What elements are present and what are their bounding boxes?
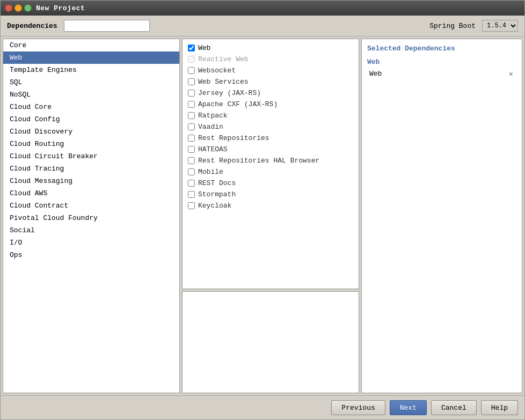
dep-label-ratpack: Ratpack	[198, 112, 228, 120]
dep-item-rest-repositories: Rest Repositories	[187, 132, 354, 144]
dep-checkbox-vaadin[interactable]	[188, 123, 195, 130]
selected-dep-row-web: Web×	[367, 68, 516, 79]
sidebar-item-cloud-discovery[interactable]: Cloud Discovery	[3, 126, 179, 138]
left-panel: CoreWebTemplate EnginesSQLNoSQLCloud Cor…	[3, 39, 180, 393]
dep-checkbox-websocket[interactable]	[188, 67, 195, 74]
dep-checkbox-apache-cxf-jax-rs[interactable]	[188, 101, 195, 108]
cancel-button[interactable]: Cancel	[431, 400, 477, 415]
dep-item-jersey-jax-rs: Jersey (JAX-RS)	[187, 87, 354, 99]
dep-label-reactive-web: Reactive Web	[198, 55, 249, 63]
dep-label-websocket: Websocket	[198, 67, 236, 75]
dep-item-stormpath: Stormpath	[187, 189, 354, 200]
sidebar-item-cloud-config[interactable]: Cloud Config	[3, 113, 179, 126]
dep-label-rest-repositories-hal-browser: Rest Repositories HAL Browser	[198, 157, 319, 165]
close-button[interactable]	[5, 4, 12, 12]
right-panel: Selected Dependencies Web Web×	[361, 39, 522, 393]
dep-item-rest-repositories-hal-browser: Rest Repositories HAL Browser	[187, 155, 354, 166]
dep-checkbox-hateoas[interactable]	[188, 146, 195, 153]
dep-checkbox-mobile[interactable]	[188, 168, 195, 175]
selected-deps-container: Web×	[367, 68, 516, 79]
sidebar-item-cloud-core[interactable]: Cloud Core	[3, 101, 179, 113]
main-content: CoreWebTemplate EnginesSQLNoSQLCloud Cor…	[1, 36, 524, 395]
toolbar: Dependencies Spring Boot 1.5.4	[1, 16, 524, 36]
dependencies-label: Dependencies	[7, 22, 57, 30]
dep-item-apache-cxf-jax-rs: Apache CXF (JAX-RS)	[187, 99, 354, 110]
sidebar-item-cloud-tracing[interactable]: Cloud Tracing	[3, 163, 179, 175]
sidebar-item-template-engines[interactable]: Template Engines	[3, 64, 179, 76]
selected-category: Web	[367, 58, 516, 66]
dep-checkbox-web[interactable]	[188, 45, 195, 51]
dep-label-stormpath: Stormpath	[198, 190, 236, 198]
previous-button[interactable]: Previous	[331, 400, 385, 415]
sidebar-item-cloud-aws[interactable]: Cloud AWS	[3, 187, 179, 200]
dep-checkbox-rest-repositories[interactable]	[188, 135, 195, 142]
window: New Project Dependencies Spring Boot 1.5…	[0, 0, 525, 420]
selected-dep-name-web: Web	[369, 70, 382, 78]
sidebar-item-cloud-contract[interactable]: Cloud Contract	[3, 200, 179, 212]
sidebar-item-io[interactable]: I/O	[3, 237, 179, 249]
dep-item-mobile: Mobile	[187, 166, 354, 178]
sidebar-item-nosql[interactable]: NoSQL	[3, 89, 179, 101]
dep-item-web-services: Web Services	[187, 76, 354, 87]
sidebar-item-sql[interactable]: SQL	[3, 76, 179, 89]
dep-item-vaadin: Vaadin	[187, 121, 354, 132]
dep-label-vaadin: Vaadin	[198, 123, 223, 131]
sidebar-item-social[interactable]: Social	[3, 224, 179, 237]
dep-checkbox-jersey-jax-rs[interactable]	[188, 90, 195, 97]
dep-item-web: Web	[187, 42, 354, 54]
dep-checkbox-rest-repositories-hal-browser[interactable]	[188, 157, 195, 164]
spring-boot-label: Spring Boot	[429, 22, 476, 30]
window-title: New Project	[36, 4, 85, 12]
dependency-list: WebReactive WebWebsocketWeb ServicesJers…	[182, 39, 359, 289]
help-button[interactable]: Help	[481, 400, 518, 415]
sidebar-item-web[interactable]: Web	[3, 51, 179, 64]
remove-dep-button-web[interactable]: ×	[508, 70, 514, 78]
dep-checkbox-keycloak[interactable]	[188, 202, 195, 209]
sidebar-item-cloud-messaging[interactable]: Cloud Messaging	[3, 175, 179, 187]
maximize-button[interactable]	[24, 4, 32, 12]
sidebar-item-cloud-circuit-breaker[interactable]: Cloud Circuit Breaker	[3, 150, 179, 163]
dep-item-rest-docs: REST Docs	[187, 178, 354, 189]
spring-boot-version-select[interactable]: 1.5.4	[482, 20, 518, 32]
minimize-button[interactable]	[14, 4, 22, 12]
dep-checkbox-web-services[interactable]	[188, 78, 195, 85]
dep-checkbox-ratpack[interactable]	[188, 112, 195, 119]
dep-item-ratpack: Ratpack	[187, 110, 354, 121]
dep-item-websocket: Websocket	[187, 65, 354, 76]
title-bar: New Project	[1, 1, 524, 16]
sidebar-item-core[interactable]: Core	[3, 39, 179, 51]
dep-label-web-services: Web Services	[198, 78, 249, 86]
dep-label-rest-repositories: Rest Repositories	[198, 134, 269, 142]
dep-label-jersey-jax-rs: Jersey (JAX-RS)	[198, 89, 261, 97]
selected-dependencies-title: Selected Dependencies	[367, 45, 516, 53]
dep-label-rest-docs: REST Docs	[198, 179, 236, 187]
dep-item-reactive-web: Reactive Web	[187, 54, 354, 65]
sidebar-item-ops[interactable]: Ops	[3, 249, 179, 261]
dep-label-hateoas: HATEOAS	[198, 145, 228, 153]
dep-label-apache-cxf-jax-rs: Apache CXF (JAX-RS)	[198, 100, 278, 108]
dependency-description	[182, 291, 359, 393]
dep-item-hateoas: HATEOAS	[187, 144, 354, 155]
dep-checkbox-rest-docs[interactable]	[188, 180, 195, 187]
sidebar-item-cloud-routing[interactable]: Cloud Routing	[3, 138, 179, 150]
next-button[interactable]: Next	[390, 400, 427, 415]
dep-label-web: Web	[198, 44, 210, 52]
dep-label-mobile: Mobile	[198, 168, 223, 176]
bottom-bar: Previous Next Cancel Help	[1, 395, 524, 419]
dep-label-keycloak: Keycloak	[198, 202, 231, 210]
dep-item-keycloak: Keycloak	[187, 200, 354, 211]
dep-checkbox-stormpath[interactable]	[188, 191, 195, 198]
middle-panel: WebReactive WebWebsocketWeb ServicesJers…	[182, 39, 359, 393]
window-controls	[5, 4, 32, 12]
dep-checkbox-reactive-web[interactable]	[188, 56, 195, 63]
search-input[interactable]	[64, 20, 150, 32]
sidebar-item-pivotal-cloud-foundry[interactable]: Pivotal Cloud Foundry	[3, 212, 179, 224]
category-label: Web	[367, 58, 516, 66]
